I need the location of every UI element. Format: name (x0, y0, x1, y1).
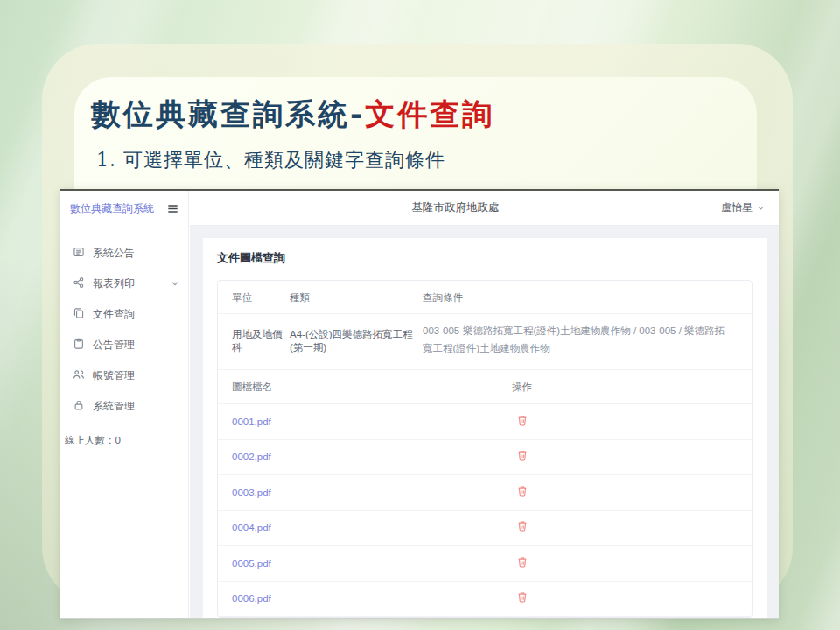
slide-title: 數位典藏查詢系統-文件查詢 (91, 94, 494, 135)
slide-subtitle: 1. 可選擇單位、種類及關鍵字查詢條件 (96, 147, 445, 173)
file-table-row: 0001.pdf (218, 404, 752, 440)
query-table-header: 單位 種類 查詢條件 (218, 281, 752, 314)
file-link[interactable]: 0005.pdf (232, 558, 271, 569)
file-table-row: 0004.pdf (218, 511, 752, 547)
content-panel: 文件圖檔查詢 單位 種類 查詢條件 用地及地價科 A4-(公設)四樂德路拓寬工程… (203, 238, 766, 618)
query-category-value: A4-(公設)四樂德路拓寬工程(第一期) (290, 323, 423, 357)
file-link[interactable]: 0004.pdf (232, 522, 271, 533)
chevron-down-icon (757, 202, 765, 214)
sidebar: 數位典藏查詢系統 系統公告 報表列印 文件查詢 公告管理 (60, 191, 189, 618)
query-unit-value: 用地及地價科 (232, 323, 290, 357)
trash-icon[interactable] (517, 592, 528, 603)
share-icon (73, 276, 85, 291)
column-header-category: 種類 (290, 291, 423, 304)
trash-icon[interactable] (517, 486, 528, 497)
query-card: 單位 種類 查詢條件 用地及地價科 A4-(公設)四樂德路拓寬工程(第一期) 0… (217, 280, 752, 618)
trash-icon[interactable] (517, 450, 528, 461)
news-icon (73, 246, 85, 261)
organization-title: 基隆市政府地政處 (190, 200, 721, 215)
column-header-condition: 查詢條件 (423, 291, 738, 304)
trash-icon[interactable] (517, 521, 528, 532)
file-link[interactable]: 0002.pdf (232, 452, 271, 462)
sidebar-item-label: 系統管理 (93, 399, 135, 414)
topbar: 基隆市政府地政處 盧怡星 (190, 191, 779, 226)
documents-icon (73, 307, 85, 322)
column-header-unit: 單位 (232, 291, 290, 304)
brand-row: 數位典藏查詢系統 (60, 191, 188, 226)
app-brand[interactable]: 數位典藏查詢系統 (70, 201, 154, 216)
app-main: 基隆市政府地政處 盧怡星 文件圖檔查詢 單位 種類 查詢條件 用地及地價科 A4 (190, 191, 779, 618)
users-icon (73, 368, 85, 383)
trash-icon[interactable] (517, 415, 528, 426)
online-user-count: 線上人數：0 (60, 434, 188, 447)
sidebar-item-label: 公告管理 (93, 338, 135, 353)
app-screenshot: 數位典藏查詢系統 系統公告 報表列印 文件查詢 公告管理 (60, 189, 779, 619)
chevron-down-icon (171, 278, 179, 290)
page-title: 文件圖檔查詢 (217, 250, 752, 266)
file-table-row: 0005.pdf (218, 546, 752, 582)
file-link[interactable]: 0003.pdf (232, 487, 271, 498)
sidebar-item-announcement-management[interactable]: 公告管理 (60, 330, 188, 360)
file-table-body: 0001.pdf (218, 404, 752, 617)
query-condition-value: 003-005-樂德路拓寬工程(證件)土地建物農作物 / 003-005 / 樂… (423, 323, 738, 357)
sidebar-item-document-query[interactable]: 文件查詢 (60, 299, 188, 330)
lock-icon (73, 399, 85, 414)
sidebar-item-label: 帳號管理 (93, 368, 135, 383)
user-name: 盧怡星 (721, 200, 752, 215)
sidebar-item-label: 系統公告 (93, 246, 135, 261)
file-table-row: 0003.pdf (218, 475, 752, 511)
column-header-filename: 圖檔檔名 (232, 381, 512, 394)
sidebar-item-system-announcements[interactable]: 系統公告 (60, 238, 188, 269)
user-menu[interactable]: 盧怡星 (721, 200, 779, 215)
trash-icon[interactable] (517, 556, 528, 568)
column-header-action: 操作 (512, 381, 738, 394)
query-table-row: 用地及地價科 A4-(公設)四樂德路拓寬工程(第一期) 003-005-樂德路拓… (218, 314, 752, 370)
file-table-header: 圖檔檔名 操作 (218, 370, 752, 404)
file-table-row: 0002.pdf (218, 440, 752, 476)
file-table-row: 0006.pdf (218, 582, 752, 618)
slide-title-main: 數位典藏查詢系統- (91, 96, 365, 131)
sidebar-menu: 系統公告 報表列印 文件查詢 公告管理 帳號管理 系統管理 (60, 226, 188, 422)
file-link[interactable]: 0001.pdf (232, 416, 271, 427)
content-area: 文件圖檔查詢 單位 種類 查詢條件 用地及地價科 A4-(公設)四樂德路拓寬工程… (190, 226, 779, 618)
file-link[interactable]: 0006.pdf (232, 593, 271, 604)
sidebar-item-label: 報表列印 (93, 276, 135, 291)
sidebar-item-report-print[interactable]: 報表列印 (60, 269, 188, 299)
sidebar-item-label: 文件查詢 (93, 307, 135, 322)
slide-title-accent: 文件查詢 (365, 96, 494, 131)
clipboard-icon (73, 338, 85, 353)
sidebar-item-account-management[interactable]: 帳號管理 (60, 360, 188, 391)
hamburger-menu-icon[interactable] (166, 202, 179, 215)
sidebar-item-system-management[interactable]: 系統管理 (60, 391, 188, 422)
